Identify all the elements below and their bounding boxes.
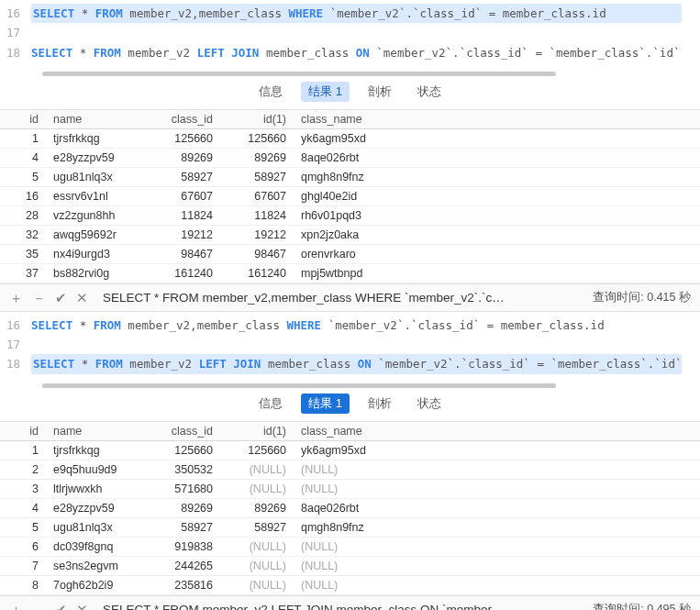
cell[interactable]: 7 [0, 556, 46, 575]
cell[interactable]: xpn2jz0aka [294, 225, 700, 244]
cell[interactable]: yk6agm95xd [294, 440, 700, 460]
cell[interactable]: 125660 [220, 128, 294, 148]
cell[interactable]: 5 [0, 517, 46, 537]
col-id1[interactable]: id(1) [220, 422, 294, 441]
add-row-icon[interactable]: ＋ [9, 603, 23, 611]
cell[interactable]: 58927 [220, 517, 294, 537]
cell[interactable]: tjrsfrkkqg [46, 440, 147, 460]
cell[interactable]: tjrsfrkkqg [46, 128, 147, 148]
cell[interactable]: 161240 [147, 263, 220, 283]
cell[interactable]: 19212 [220, 225, 294, 244]
cell[interactable]: 125660 [147, 128, 220, 148]
cell[interactable]: (NULL) [220, 479, 294, 498]
code[interactable]: SELECT * FROM member_v2 LEFT JOIN member… [31, 43, 682, 62]
cell[interactable]: (NULL) [294, 460, 700, 479]
table-row[interactable]: 6dc039f8gnq919838(NULL)(NULL) [0, 537, 700, 556]
table-row[interactable]: 2e9q5huu9d9350532(NULL)(NULL) [0, 460, 700, 479]
cell[interactable]: (NULL) [294, 556, 700, 575]
cell[interactable]: 244265 [147, 556, 220, 575]
tab-profile[interactable]: 剖析 [361, 394, 399, 414]
cell[interactable]: orenvrkaro [294, 244, 700, 263]
cell[interactable]: 28 [0, 205, 46, 225]
cell[interactable]: 19212 [147, 225, 220, 244]
cell[interactable]: 58927 [147, 517, 220, 537]
editor-line[interactable]: 18SELECT * FROM member_v2 LEFT JOIN memb… [0, 354, 700, 373]
table-row[interactable]: 1tjrsfrkkqg125660125660yk6agm95xd [0, 128, 700, 148]
tab-result[interactable]: 结果 1 [301, 82, 350, 102]
cell[interactable]: qmgh8n9fnz [294, 167, 700, 186]
cell[interactable]: 125660 [220, 440, 294, 460]
table-row[interactable]: 5ugu81nlq3x5892758927qmgh8n9fnz [0, 167, 700, 186]
table-row[interactable]: 1tjrsfrkkqg125660125660yk6agm95xd [0, 440, 700, 460]
cell[interactable]: essrv6v1nl [46, 186, 147, 205]
remove-row-icon[interactable]: － [32, 291, 46, 305]
col-id1[interactable]: id(1) [220, 110, 294, 129]
cell[interactable]: 161240 [220, 263, 294, 283]
cell[interactable]: 919838 [147, 537, 220, 556]
cell[interactable]: 98467 [220, 244, 294, 263]
cell[interactable]: ugu81nlq3x [46, 167, 147, 186]
cell[interactable]: 8aqe026rbt [294, 498, 700, 517]
cell[interactable]: e28yzzpv59 [46, 498, 147, 517]
table-row[interactable]: 37bs882rvi0g161240161240mpj5wtbnpd [0, 263, 700, 283]
commit-icon[interactable]: ✔ [55, 291, 67, 305]
cell[interactable]: 8aqe026rbt [294, 148, 700, 167]
col-name[interactable]: name [46, 110, 147, 129]
table-row[interactable]: 4e28yzzpv5989269892698aqe026rbt [0, 148, 700, 167]
code[interactable]: SELECT * FROM member_v2,member_class WHE… [31, 4, 682, 23]
cell[interactable]: 6 [0, 537, 46, 556]
cell[interactable]: qmgh8n9fnz [294, 517, 700, 537]
editor-line[interactable]: 16SELECT * FROM member_v2,member_class W… [0, 316, 700, 335]
table-row[interactable]: 4e28yzzpv5989269892698aqe026rbt [0, 498, 700, 517]
cancel-icon[interactable]: ✕ [76, 603, 88, 611]
commit-icon[interactable]: ✔ [55, 603, 67, 611]
cell[interactable]: bs882rvi0g [46, 263, 147, 283]
table-row[interactable]: 87ogh62b2i9235816(NULL)(NULL) [0, 575, 700, 594]
cell[interactable]: ghgl40e2id [294, 186, 700, 205]
code[interactable]: SELECT * FROM member_v2 LEFT JOIN member… [31, 354, 682, 373]
cell[interactable]: (NULL) [294, 575, 700, 594]
col-class-id[interactable]: class_id [147, 422, 220, 441]
tab-status[interactable]: 状态 [410, 394, 449, 414]
cell[interactable]: 2 [0, 460, 46, 479]
cancel-icon[interactable]: ✕ [76, 291, 88, 305]
tab-info[interactable]: 信息 [251, 82, 290, 102]
cell[interactable]: (NULL) [220, 537, 294, 556]
cell[interactable]: (NULL) [220, 575, 294, 594]
cell[interactable]: awqg59692r [46, 225, 147, 244]
cell[interactable]: (NULL) [220, 556, 294, 575]
cell[interactable]: 37 [0, 263, 46, 283]
cell[interactable]: 11824 [220, 205, 294, 225]
add-row-icon[interactable]: ＋ [9, 291, 23, 305]
tab-result[interactable]: 结果 1 [301, 394, 350, 414]
cell[interactable]: 98467 [147, 244, 220, 263]
tab-profile[interactable]: 剖析 [361, 82, 399, 102]
remove-row-icon[interactable]: － [32, 603, 46, 611]
cell[interactable]: 89269 [147, 148, 220, 167]
cell[interactable]: 16 [0, 186, 46, 205]
cell[interactable]: 58927 [147, 167, 220, 186]
col-class-name[interactable]: class_name [294, 422, 700, 441]
cell[interactable]: 58927 [220, 167, 294, 186]
cell[interactable]: 32 [0, 225, 46, 244]
cell[interactable]: dc039f8gnq [46, 537, 147, 556]
cell[interactable]: yk6agm95xd [294, 128, 700, 148]
table-row[interactable]: 16essrv6v1nl6760767607ghgl40e2id [0, 186, 700, 205]
table-row[interactable]: 28vz2zgun8hh1182411824rh6v01pqd3 [0, 205, 700, 225]
col-id[interactable]: id [0, 422, 46, 441]
sql-editor[interactable]: 16SELECT * FROM member_v2,member_class W… [0, 0, 700, 68]
cell[interactable]: e28yzzpv59 [46, 148, 147, 167]
cell[interactable]: 67607 [147, 186, 220, 205]
col-id[interactable]: id [0, 110, 46, 129]
cell[interactable]: ltlrjwwxkh [46, 479, 147, 498]
table-row[interactable]: 7se3ns2egvm244265(NULL)(NULL) [0, 556, 700, 575]
tab-info[interactable]: 信息 [251, 394, 290, 414]
cell[interactable]: vz2zgun8hh [46, 205, 147, 225]
cell[interactable]: 1 [0, 128, 46, 148]
cell[interactable]: mpj5wtbnpd [294, 263, 700, 283]
tab-status[interactable]: 状态 [410, 82, 449, 102]
cell[interactable]: 67607 [220, 186, 294, 205]
cell[interactable]: 7ogh62b2i9 [46, 575, 147, 594]
cell[interactable]: 125660 [147, 440, 220, 460]
cell[interactable]: e9q5huu9d9 [46, 460, 147, 479]
